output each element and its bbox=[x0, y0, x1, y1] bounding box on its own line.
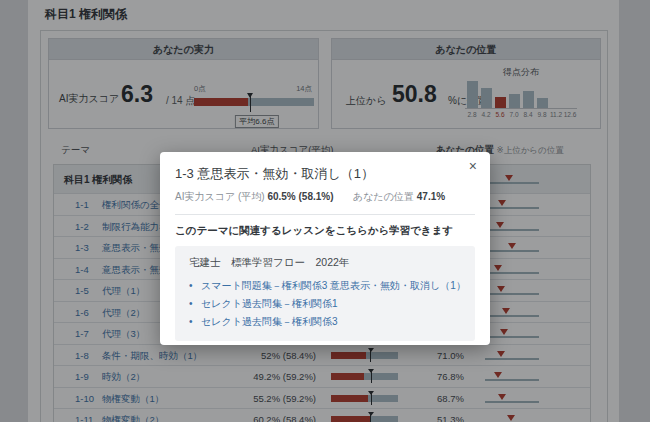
lesson-item: セレクト過去問集－権利関係1 bbox=[189, 295, 461, 313]
close-icon[interactable]: × bbox=[469, 159, 477, 173]
modal-score-value: 60.5% (58.1%) bbox=[267, 191, 333, 202]
lesson-item: スマート問題集－権利関係3 意思表示・無効・取消し（1） bbox=[189, 277, 461, 295]
lesson-item: セレクト過去問集－権利関係3 bbox=[189, 313, 461, 331]
modal-position-label: あなたの位置 bbox=[353, 191, 414, 202]
course-title: 宅建士 標準学習フロー 2022年 bbox=[189, 256, 461, 270]
theme-detail-modal: × 1-3 意思表示・無効・取消し（1） AI実力スコア (平均) 60.5% … bbox=[160, 152, 490, 345]
lesson-link[interactable]: スマート問題集－権利関係3 意思表示・無効・取消し（1） bbox=[201, 280, 466, 291]
lesson-list: スマート問題集－権利関係3 意思表示・無効・取消し（1）セレクト過去問集－権利関… bbox=[189, 277, 461, 331]
modal-title: 1-3 意思表示・無効・取消し（1） bbox=[175, 165, 475, 183]
modal-score-label: AI実力スコア (平均) bbox=[175, 191, 265, 202]
modal-divider bbox=[175, 214, 475, 215]
modal-lead-text: このテーマに関連するレッスンをこちらから学習できます bbox=[175, 224, 475, 238]
modal-stats: AI実力スコア (平均) 60.5% (58.1%) あなたの位置 47.1% bbox=[175, 190, 475, 204]
modal-position-value: 47.1% bbox=[417, 191, 445, 202]
lesson-link[interactable]: セレクト過去問集－権利関係1 bbox=[201, 298, 338, 309]
lesson-box: 宅建士 標準学習フロー 2022年 スマート問題集－権利関係3 意思表示・無効・… bbox=[175, 246, 475, 341]
lesson-link[interactable]: セレクト過去問集－権利関係3 bbox=[201, 316, 338, 327]
